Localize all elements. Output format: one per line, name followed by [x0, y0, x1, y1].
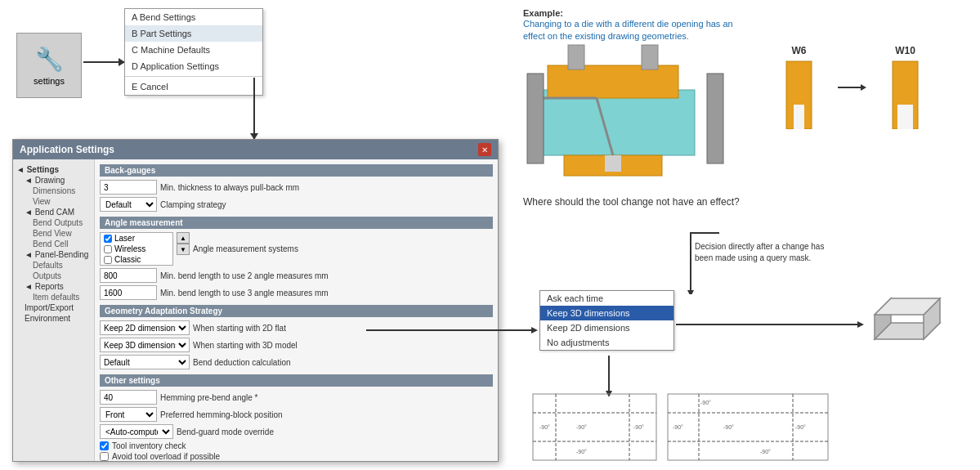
svg-rect-3	[605, 155, 621, 172]
bend-guard-select[interactable]: <Auto-compute>	[100, 424, 173, 439]
die-w6-label: W6	[792, 45, 807, 56]
min-bend-3angle-input[interactable]	[100, 285, 157, 300]
menu-item-application-settings[interactable]: D Application Settings	[125, 58, 262, 74]
menu-item-cancel[interactable]: E Cancel	[125, 78, 262, 95]
sidebar-item-item-defaults[interactable]: Item defaults	[16, 292, 91, 302]
settings-icon-box: 🔧 settings	[16, 33, 82, 98]
svg-marker-16	[687, 290, 694, 294]
sidebar-item-reports[interactable]: ◄ Reports	[16, 281, 91, 292]
min-bend-3angle-row: Min. bend length to use 3 angle measures…	[100, 285, 493, 300]
svg-rect-1	[548, 65, 678, 98]
hemming-angle-label: Hemming pre-bend angle *	[160, 393, 258, 402]
arrow-to-box-svg	[676, 319, 864, 330]
arrow-down-flat-svg	[603, 356, 615, 396]
wireless-label: Wireless	[114, 244, 145, 253]
dialog-content: Back-gauges Min. thickness to always pul…	[95, 159, 498, 461]
dialog-body: ◄ Settings ◄ Drawing Dimensions View ◄ B…	[13, 159, 498, 461]
sidebar-item-defaults[interactable]: Defaults	[16, 260, 91, 271]
angle-systems-row: Laser Wireless Classic	[100, 232, 493, 266]
menu-divider	[125, 76, 262, 77]
wireless-checkbox[interactable]	[104, 245, 112, 253]
hemming-pos-label: Preferred hemming-block position	[160, 410, 283, 419]
hemming-angle-input[interactable]	[100, 390, 157, 405]
sidebar-item-bendcam[interactable]: ◄ Bend CAM	[16, 207, 91, 217]
laser-checkbox[interactable]	[104, 235, 112, 243]
svg-text:-90°: -90°	[760, 449, 771, 454]
sidebar-item-dimensions[interactable]: Dimensions	[16, 186, 91, 196]
avoid-overload-row: Avoid tool overload if possible	[100, 452, 493, 461]
geom-row-bend-deduction: Default Bend deduction calculation	[100, 355, 493, 369]
die-w6-shape	[785, 60, 813, 129]
options-dropdown: Ask each time Keep 3D dimensions Keep 2D…	[539, 290, 674, 351]
geom-2d-select[interactable]: Keep 2D dimensions Keep 3D dimensions No…	[100, 320, 190, 335]
where-text: Where should the tool change not have an…	[523, 196, 740, 208]
classic-label: Classic	[114, 255, 141, 264]
avoid-overload-checkbox[interactable]	[100, 452, 109, 461]
laser-item: Laser	[101, 233, 172, 244]
sidebar-item-import-export[interactable]: Import/Export	[16, 302, 91, 313]
option-keep-2d[interactable]: Keep 2D dimensions	[540, 320, 673, 335]
die-w10: W10	[891, 45, 920, 129]
die-w10-label: W10	[895, 45, 915, 56]
die-w6: W6	[785, 45, 813, 129]
bend-guard-label: Bend-guard mode override	[177, 427, 274, 436]
angle-systems-label: Angle measurement systems	[193, 244, 298, 253]
angle-scroll-down[interactable]: ▼	[177, 244, 190, 255]
classic-item: Classic	[101, 254, 172, 265]
sidebar-item-environment[interactable]: Environment	[16, 313, 91, 324]
option-no-adjustments[interactable]: No adjustments	[540, 335, 673, 350]
machine-illustration	[523, 41, 768, 184]
classic-checkbox[interactable]	[104, 256, 112, 264]
clamping-select[interactable]: Default	[100, 197, 157, 212]
tool-inventory-row: Tool inventory check	[100, 441, 493, 450]
section-geometry: Geometry Adaptation Strategy	[100, 305, 493, 317]
menu-item-part-settings[interactable]: B Part Settings	[125, 25, 262, 42]
geom-2d-label: When starting with 2D flat	[193, 324, 286, 333]
geom-3d-select[interactable]: Keep 3D dimensions Keep 2D dimensions No…	[100, 338, 190, 352]
svg-text:-90°: -90°	[539, 424, 550, 430]
tool-inventory-label: Tool inventory check	[112, 441, 186, 450]
menu-item-bend-settings[interactable]: A Bend Settings	[125, 9, 262, 25]
sidebar-item-bend-cell[interactable]: Bend Cell	[16, 239, 91, 249]
hemming-pos-select[interactable]: Front	[100, 407, 157, 422]
example-text: Changing to a die with a different die o…	[523, 18, 834, 43]
dialog-close-button[interactable]: ✕	[478, 143, 491, 156]
svg-rect-11	[794, 105, 804, 129]
hemming-angle-row: Hemming pre-bend angle *	[100, 390, 493, 405]
box-svg	[862, 290, 969, 356]
svg-text:-90°: -90°	[673, 424, 683, 430]
sidebar-item-bend-outputs[interactable]: Bend Outputs	[16, 217, 91, 228]
menu-item-machine-defaults[interactable]: C Machine Defaults	[125, 42, 262, 58]
sidebar-item-outputs[interactable]: Outputs	[16, 271, 91, 281]
sidebar-item-settings[interactable]: ◄ Settings	[16, 164, 91, 175]
svg-marker-13	[861, 84, 866, 91]
angle-listbox: Laser Wireless Classic	[100, 232, 173, 266]
min-thickness-row: Min. thickness to always pull-back mm	[100, 180, 493, 195]
svg-text:-90°: -90°	[576, 449, 587, 454]
section-other-settings: Other settings	[100, 374, 493, 387]
sidebar-item-bend-view[interactable]: Bend View	[16, 228, 91, 239]
option-ask-each-time[interactable]: Ask each time	[540, 291, 673, 306]
sidebar-item-drawing[interactable]: ◄ Drawing	[16, 175, 91, 186]
sidebar-item-panel-bending[interactable]: ◄ Panel-Bending	[16, 249, 91, 260]
sidebar-item-view[interactable]: View	[16, 196, 91, 207]
settings-icon-label: settings	[34, 76, 65, 86]
option-keep-3d[interactable]: Keep 3D dimensions	[540, 306, 673, 320]
svg-text:-90°: -90°	[576, 424, 587, 430]
wireless-item: Wireless	[101, 244, 172, 254]
flat-drawing-1-svg: -90° -90° -90° -90°	[531, 392, 658, 462]
angle-scroll-up[interactable]: ▲	[177, 232, 190, 244]
clamping-label: Clamping strategy	[160, 200, 226, 209]
tool-inventory-checkbox[interactable]	[100, 441, 109, 450]
bend-deduction-label: Bend deduction calculation	[193, 358, 291, 367]
min-bend-3angle-label: Min. bend length to use 3 angle measures…	[160, 289, 329, 298]
min-bend-2angle-input[interactable]	[100, 268, 157, 283]
bend-deduction-select[interactable]: Default	[100, 355, 190, 369]
example-section: Example: Changing to a die with a differ…	[523, 8, 834, 43]
box-illustration	[862, 290, 969, 356]
arrow-svg	[838, 82, 866, 93]
svg-text:-90°: -90°	[723, 424, 734, 430]
svg-rect-8	[568, 45, 584, 69]
application-settings-dialog: Application Settings ✕ ◄ Settings ◄ Draw…	[12, 139, 499, 462]
min-thickness-input[interactable]	[100, 180, 157, 195]
